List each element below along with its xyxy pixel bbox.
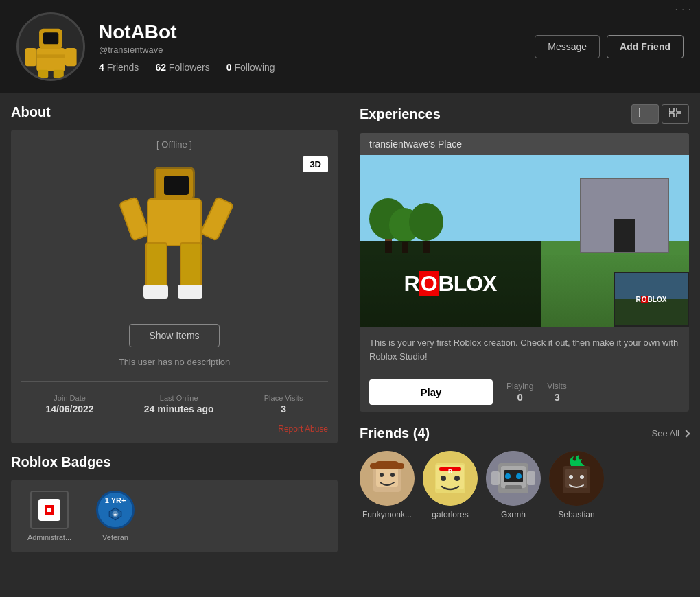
playing-stat: Playing 0 <box>506 382 533 403</box>
astro-body <box>147 198 202 246</box>
svg-rect-7 <box>54 70 64 78</box>
chevron-right-icon <box>682 430 690 437</box>
svg-rect-41 <box>491 471 500 485</box>
header-actions: Message Add Friend <box>535 35 684 58</box>
join-date-stat: Join Date 14/06/2022 <box>46 394 94 414</box>
view-toggle <box>631 104 689 124</box>
svg-rect-3 <box>43 32 59 44</box>
astro-arm-right <box>200 196 235 242</box>
show-items-button[interactable]: Show Items <box>129 324 219 347</box>
svg-rect-45 <box>565 469 587 488</box>
svg-point-47 <box>580 475 584 479</box>
friend-avatar-gatorlores: R <box>423 451 478 506</box>
friend-gatorlores[interactable]: R gatorlores <box>423 451 478 519</box>
about-title: About <box>11 104 338 120</box>
astro-arm-left <box>119 196 151 242</box>
friend-gxrmh[interactable]: Gxrmh <box>486 451 541 519</box>
game-building <box>580 178 669 253</box>
mini-roblox-logo: ROBLOX <box>615 273 688 325</box>
astro-visor <box>164 176 189 195</box>
user-handle: @transientwave <box>99 45 521 55</box>
experiences-header: Experiences <box>360 104 689 124</box>
view-grid-button[interactable] <box>662 104 689 124</box>
svg-point-46 <box>569 475 573 479</box>
friend-avatar-funkymonk <box>360 451 415 506</box>
play-button[interactable]: Play <box>369 379 493 405</box>
svg-point-38 <box>505 473 511 479</box>
friend-avatar-gxrmh <box>486 451 541 506</box>
svg-rect-24 <box>375 461 399 469</box>
svg-rect-11 <box>47 508 51 512</box>
svg-rect-18 <box>677 113 681 117</box>
experience-actions: Play Playing 0 Visits 3 <box>360 373 689 412</box>
svg-rect-21 <box>376 467 398 487</box>
svg-point-39 <box>516 473 522 479</box>
report-abuse-link[interactable]: Report Abuse <box>21 424 328 434</box>
header-info: NotABot @transientwave 4 Friends 62 Foll… <box>99 21 521 73</box>
user-description: This user has no description <box>21 357 328 374</box>
friend-sebastian[interactable]: Sebastian <box>549 451 604 519</box>
svg-rect-6 <box>38 70 48 78</box>
badge-administrator: Administrat... <box>22 491 77 541</box>
astronaut-figure <box>119 167 229 304</box>
svg-point-33 <box>454 476 460 481</box>
veteran-badge-icon: 1 YR+ ★ <box>96 491 135 529</box>
last-online-stat: Last Online 24 minutes ago <box>144 394 214 414</box>
experience-card-title: transientwave's Place <box>360 133 689 155</box>
svg-rect-1 <box>36 48 65 71</box>
view-single-button[interactable] <box>631 104 659 124</box>
svg-rect-26 <box>396 463 404 469</box>
view-3d-button[interactable]: 3D <box>303 156 328 172</box>
svg-point-23 <box>390 473 395 477</box>
friend-name-gxrmh: Gxrmh <box>501 510 526 519</box>
friend-name-sebastian: Sebastian <box>558 510 594 519</box>
following-stat[interactable]: 0 Following <box>226 62 275 73</box>
friends-section: Friends (4) See All <box>360 425 689 519</box>
user-stats-row: Join Date 14/06/2022 Last Online 24 minu… <box>21 388 328 420</box>
friends-grid: Funkymonk... R <box>360 451 689 519</box>
svg-rect-16 <box>677 108 681 112</box>
building-door <box>614 219 635 252</box>
stats-divider <box>21 381 328 382</box>
svg-rect-4 <box>25 48 36 66</box>
message-button[interactable]: Message <box>535 35 600 58</box>
see-all-link[interactable]: See All <box>652 428 689 438</box>
astro-boot-left <box>143 285 168 298</box>
administrator-badge-label: Administrat... <box>27 533 71 541</box>
place-visits-stat: Place Visits 3 <box>264 394 303 414</box>
followers-stat[interactable]: 62 Followers <box>155 62 209 73</box>
add-friend-button[interactable]: Add Friend <box>607 35 684 58</box>
administrator-badge-icon <box>30 491 69 529</box>
avatar-3d-view: 3D <box>21 156 328 314</box>
badges-section: Roblox Badges Administrat... <box>11 454 338 552</box>
svg-rect-15 <box>669 108 674 112</box>
friend-funkymonk[interactable]: Funkymonk... <box>360 451 415 519</box>
badge-veteran: 1 YR+ ★ Veteran <box>88 491 143 541</box>
left-column: About [ Offline ] 3D S <box>0 93 349 563</box>
experience-card: transientwave's Place <box>360 133 689 412</box>
right-column: Experiences transientwave's Place <box>349 93 700 563</box>
profile-header: · · · NotABot @transientwave 4 Friends <box>0 0 700 93</box>
svg-rect-25 <box>370 463 378 469</box>
friend-avatar-sebastian <box>549 451 604 506</box>
svg-rect-8 <box>36 54 65 58</box>
about-panel: [ Offline ] 3D Show Items T <box>11 130 338 443</box>
username: NotABot <box>99 21 521 43</box>
astro-head <box>154 167 195 201</box>
experiences-title: Experiences <box>360 106 631 122</box>
veteran-badge-label: Veteran <box>102 533 128 541</box>
window-dots: · · · <box>675 5 692 13</box>
friends-stat[interactable]: 4 Friends <box>99 62 139 73</box>
badges-title: Roblox Badges <box>11 454 338 470</box>
svg-text:R: R <box>448 468 452 474</box>
friend-name-funkymonk: Funkymonk... <box>362 510 412 519</box>
friends-header: Friends (4) See All <box>360 425 689 441</box>
svg-rect-14 <box>639 108 651 117</box>
svg-rect-42 <box>527 471 535 485</box>
badges-grid: Administrat... 1 YR+ ★ <box>11 480 338 552</box>
experience-description: This is your very first Roblox creation.… <box>360 327 689 373</box>
astro-leg-left <box>145 242 167 290</box>
offline-status: [ Offline ] <box>21 139 328 150</box>
svg-rect-17 <box>669 113 674 117</box>
svg-point-32 <box>441 476 446 481</box>
